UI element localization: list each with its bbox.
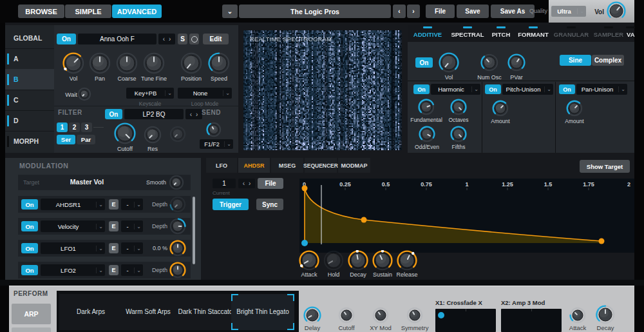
send-destination-select[interactable]: F1/F2⌄ [200,139,233,149]
envelope-index-field[interactable]: 1 [213,179,236,188]
mod1-on-button[interactable]: On [21,199,38,210]
filter-type-steppers[interactable]: ‹› [185,109,202,119]
harmonic-mode-select[interactable]: Harmonic⌄ [431,84,480,95]
snapshot-pad-2[interactable]: Warm Soft Arps [117,294,180,330]
filter-type-field[interactable]: LP2 BQ [124,109,184,119]
mod2-depth-knob[interactable] [169,218,186,235]
pitch-unison-amount-knob[interactable] [492,100,509,117]
mod3-op-select[interactable]: -⌄ [121,242,143,254]
envelope-point-peak[interactable] [302,186,308,191]
master-volume-knob[interactable] [607,1,626,21]
mod4-op-select[interactable]: -⌄ [121,264,143,276]
filter-res-knob[interactable] [144,126,162,144]
trigger-button[interactable]: Trigger [213,199,249,210]
mod2-source-select[interactable]: Velocity⌄ [41,220,105,232]
xy-pad-1[interactable] [435,309,496,332]
engine-tab-spectral[interactable]: SPECTRAL [448,25,487,42]
snapshot-pad-4-selected[interactable]: Bright Thin Legato [231,294,294,330]
mod3-source-select[interactable]: LFO1⌄ [41,242,105,254]
xy-pad-2[interactable] [501,309,562,332]
view-tab-simple[interactable]: SIMPLE [65,5,111,18]
mod-target-value[interactable]: Master Vol [58,178,116,186]
engine-tab-pitch[interactable]: PITCH [488,25,515,42]
envelope-point-decay[interactable] [361,217,367,223]
source-position-knob[interactable] [180,52,202,74]
snapshot-pad-1[interactable]: Dark Arps [59,294,122,330]
sync-button[interactable]: Sync [256,199,283,210]
fundamental-knob[interactable] [418,99,435,115]
wave-mode-complex-button[interactable]: Complex [592,55,624,66]
source-sample-steppers[interactable]: ‹› [158,34,175,44]
additive-on-button[interactable]: On [415,57,433,68]
mod1-depth-knob[interactable] [169,196,186,213]
mod3-depth-knob[interactable] [169,240,186,257]
mod3-on-button[interactable]: On [21,243,38,253]
source-speed-knob[interactable] [208,52,230,74]
xy-pad-1-handle[interactable] [438,312,444,318]
filter-on-button[interactable]: On [105,109,122,119]
perform-xy-mod-knob[interactable] [372,307,389,324]
envelope-point-end[interactable] [599,239,605,244]
source-nav-a[interactable]: A [5,48,54,70]
mod-editor-tab-sequencer[interactable]: SEQUENCER [305,158,337,173]
perform-symmetry-knob[interactable] [406,307,423,324]
ahdsr-attack-knob[interactable] [299,250,319,271]
save-button[interactable]: Save [457,5,489,18]
source-pan-knob[interactable] [89,52,111,74]
source-tune-fine-knob[interactable] [143,52,165,74]
source-sample-name-field[interactable]: Anna Ooh F [78,34,156,44]
engine-tab-granular[interactable]: GRANULAR [552,25,591,42]
source-nav-b[interactable]: B [5,69,54,90]
preset-prev-button[interactable]: ‹ [393,5,406,18]
ahdsr-release-knob[interactable] [397,250,417,271]
ahdsr-decay-knob[interactable] [348,250,368,271]
pitch-unison-on-button[interactable]: On [485,84,501,94]
envelope-index-steppers[interactable]: ‹› [238,179,255,188]
modulation-scrollbar[interactable] [193,197,195,264]
show-target-button[interactable]: Show Target [580,160,630,173]
additive-vol-knob[interactable] [439,52,459,73]
filter-slot-2[interactable]: 2 [69,122,80,132]
source-on-button[interactable]: On [57,34,76,44]
filter-cutoff-knob[interactable] [114,122,136,144]
envelope-file-button[interactable]: File [258,178,283,189]
source-nav-global[interactable]: GLOBAL [5,28,54,49]
preset-name-display[interactable]: The Logic Pros [239,5,391,18]
mod-editor-tab-ahdsr[interactable]: AHDSR [238,158,270,173]
filter-slot-3[interactable]: 3 [81,122,92,132]
quality-select[interactable]: Ultra⌄ [551,6,586,17]
mod-editor-tab-mseg[interactable]: MSEG [271,158,303,173]
mod4-edit-button[interactable]: E [109,265,118,275]
engine-tab-sampler[interactable]: SAMPLER [591,25,626,42]
engine-tab-formant[interactable]: FORMANT [515,25,551,42]
pan-unison-amount-knob[interactable] [566,100,583,117]
view-tab-browse[interactable]: BROWSE [18,5,64,18]
send-amount-knob[interactable] [206,122,222,137]
mod-editor-tab-lfo[interactable]: LFO [206,158,237,173]
filter-drive-knob[interactable] [169,126,186,142]
fifths-knob[interactable] [450,126,467,142]
mod2-on-button[interactable]: On [21,221,38,231]
pan-unison-on-button[interactable]: On [559,84,575,94]
preset-next-button[interactable]: › [407,5,420,18]
mod1-edit-button[interactable]: E [109,199,118,210]
ahdsr-envelope-graph[interactable]: 0 0.25 0.5 0.75 1 1.25 1.5 1.75 2 [299,179,634,253]
pitch-unison-mode-select[interactable]: Pitch-Unison⌄ [502,84,553,95]
edit-button[interactable]: Edit [203,34,229,44]
perform-next-button-partial[interactable] [12,327,51,332]
source-vol-knob[interactable] [62,52,84,74]
mod3-edit-button[interactable]: E [109,243,118,253]
arp-button[interactable]: ARP [12,304,51,324]
perform-cutoff-knob[interactable] [338,307,355,324]
mod2-op-select[interactable]: -⌄ [121,220,143,232]
envelope-point-start[interactable] [301,240,308,246]
mod4-source-select[interactable]: LFO2⌄ [41,264,105,276]
snapshot-pad-3[interactable]: Dark Thin Staccato [174,294,237,330]
file-button[interactable]: File [426,5,455,18]
loop-toggle-button[interactable] [189,34,199,44]
engine-tab-additive[interactable]: ADDITIVE [408,25,448,42]
perform-attack-knob[interactable] [569,307,586,324]
source-nav-c[interactable]: C [5,90,54,111]
engine-tab-va[interactable]: VA [627,25,634,42]
preset-menu-button[interactable]: ⌄ [222,5,238,18]
